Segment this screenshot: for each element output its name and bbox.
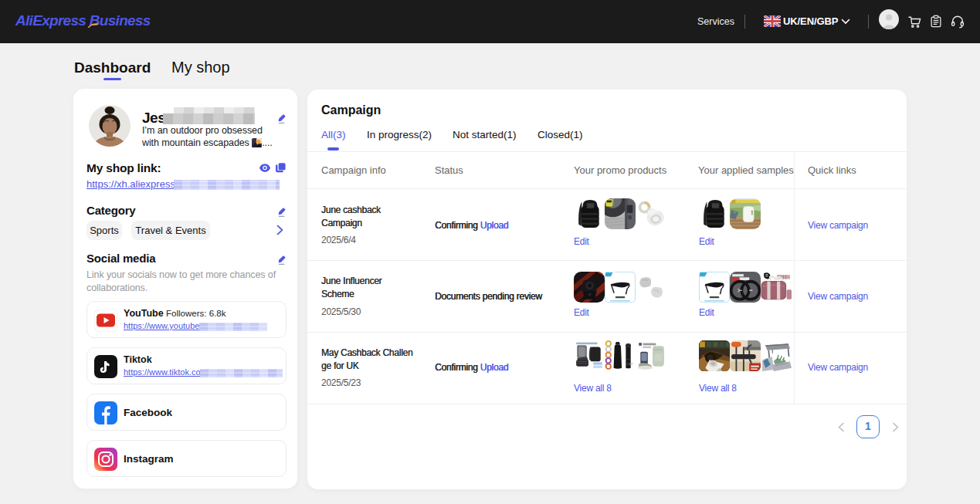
svg-text:CAT: CAT: [626, 362, 633, 366]
